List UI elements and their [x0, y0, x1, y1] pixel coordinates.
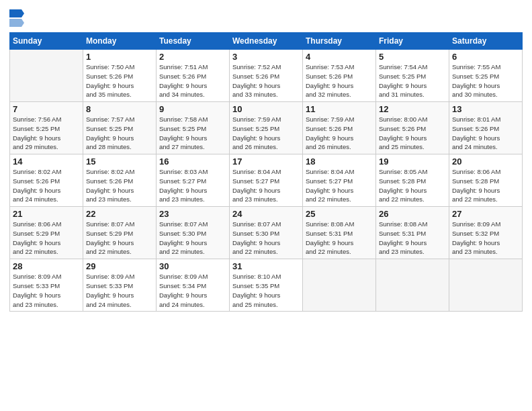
logo-icon	[9, 9, 24, 28]
day-number: 4	[306, 52, 373, 62]
calendar-cell: 24Sunrise: 8:07 AMSunset: 5:30 PMDayligh…	[230, 207, 303, 259]
day-number: 14	[13, 156, 80, 167]
calendar-cell: 19Sunrise: 8:05 AMSunset: 5:28 PMDayligh…	[376, 154, 449, 207]
calendar-cell: 26Sunrise: 8:08 AMSunset: 5:31 PMDayligh…	[376, 207, 449, 259]
calendar-cell: 27Sunrise: 8:09 AMSunset: 5:32 PMDayligh…	[449, 207, 523, 259]
day-info: Sunrise: 7:58 AMSunset: 5:25 PMDaylight:…	[159, 115, 226, 152]
calendar-cell	[449, 259, 523, 312]
day-info: Sunrise: 8:02 AMSunset: 5:26 PMDaylight:…	[86, 167, 153, 204]
day-number: 22	[86, 209, 153, 219]
calendar-cell: 13Sunrise: 8:01 AMSunset: 5:26 PMDayligh…	[449, 102, 523, 154]
calendar-week-3: 21Sunrise: 8:06 AMSunset: 5:29 PMDayligh…	[10, 207, 523, 259]
calendar-cell: 5Sunrise: 7:54 AMSunset: 5:25 PMDaylight…	[376, 50, 449, 102]
day-number: 24	[232, 209, 300, 219]
day-number: 26	[379, 209, 446, 219]
day-number: 3	[232, 52, 300, 62]
calendar-cell: 12Sunrise: 8:00 AMSunset: 5:26 PMDayligh…	[376, 102, 449, 154]
day-number: 30	[159, 261, 226, 271]
day-info: Sunrise: 8:07 AMSunset: 5:29 PMDaylight:…	[86, 220, 153, 257]
day-number: 23	[159, 209, 226, 219]
day-number: 8	[86, 104, 153, 114]
calendar-cell: 14Sunrise: 8:02 AMSunset: 5:26 PMDayligh…	[10, 154, 83, 207]
calendar-cell: 9Sunrise: 7:58 AMSunset: 5:25 PMDaylight…	[157, 102, 230, 154]
day-info: Sunrise: 8:02 AMSunset: 5:26 PMDaylight:…	[13, 167, 80, 204]
weekday-header-thursday: Thursday	[303, 33, 376, 50]
day-number: 20	[452, 156, 519, 167]
day-number: 16	[159, 156, 226, 167]
calendar-cell	[10, 50, 83, 102]
day-info: Sunrise: 7:55 AMSunset: 5:25 PMDaylight:…	[452, 62, 519, 99]
calendar-cell: 31Sunrise: 8:10 AMSunset: 5:35 PMDayligh…	[230, 259, 303, 312]
day-number: 15	[86, 156, 153, 167]
day-number: 1	[86, 52, 153, 62]
calendar-cell: 21Sunrise: 8:06 AMSunset: 5:29 PMDayligh…	[10, 207, 83, 259]
page: SundayMondayTuesdayWednesdayThursdayFrid…	[0, 0, 532, 411]
logo	[9, 9, 26, 28]
day-info: Sunrise: 8:10 AMSunset: 5:35 PMDaylight:…	[232, 272, 300, 309]
day-info: Sunrise: 8:08 AMSunset: 5:31 PMDaylight:…	[306, 220, 373, 257]
day-number: 21	[13, 209, 80, 219]
day-info: Sunrise: 8:01 AMSunset: 5:26 PMDaylight:…	[452, 115, 519, 152]
day-number: 7	[13, 104, 80, 114]
day-info: Sunrise: 7:51 AMSunset: 5:26 PMDaylight:…	[159, 62, 226, 99]
calendar-cell: 25Sunrise: 8:08 AMSunset: 5:31 PMDayligh…	[303, 207, 376, 259]
day-number: 2	[159, 52, 226, 62]
weekday-header-wednesday: Wednesday	[230, 33, 303, 50]
calendar-cell: 11Sunrise: 7:59 AMSunset: 5:26 PMDayligh…	[303, 102, 376, 154]
calendar-cell	[376, 259, 449, 312]
day-info: Sunrise: 8:06 AMSunset: 5:28 PMDaylight:…	[452, 167, 519, 204]
weekday-header-saturday: Saturday	[449, 33, 523, 50]
day-number: 18	[306, 156, 373, 167]
calendar-cell: 3Sunrise: 7:52 AMSunset: 5:26 PMDaylight…	[230, 50, 303, 102]
day-info: Sunrise: 8:04 AMSunset: 5:27 PMDaylight:…	[232, 167, 300, 204]
day-info: Sunrise: 7:52 AMSunset: 5:26 PMDaylight:…	[232, 62, 300, 99]
weekday-header-friday: Friday	[376, 33, 449, 50]
day-number: 29	[86, 261, 153, 271]
calendar-cell: 10Sunrise: 7:59 AMSunset: 5:25 PMDayligh…	[230, 102, 303, 154]
day-info: Sunrise: 8:06 AMSunset: 5:29 PMDaylight:…	[13, 220, 80, 257]
day-number: 17	[232, 156, 300, 167]
day-number: 25	[306, 209, 373, 219]
calendar-cell: 2Sunrise: 7:51 AMSunset: 5:26 PMDaylight…	[157, 50, 230, 102]
calendar: SundayMondayTuesdayWednesdayThursdayFrid…	[9, 32, 523, 312]
day-info: Sunrise: 8:09 AMSunset: 5:33 PMDaylight:…	[13, 272, 80, 309]
day-info: Sunrise: 7:50 AMSunset: 5:26 PMDaylight:…	[86, 62, 153, 99]
day-info: Sunrise: 8:08 AMSunset: 5:31 PMDaylight:…	[379, 220, 446, 257]
day-number: 5	[379, 52, 446, 62]
weekday-header-monday: Monday	[83, 33, 157, 50]
svg-marker-1	[9, 19, 24, 27]
day-info: Sunrise: 7:59 AMSunset: 5:26 PMDaylight:…	[306, 115, 373, 152]
calendar-week-2: 14Sunrise: 8:02 AMSunset: 5:26 PMDayligh…	[10, 154, 523, 207]
day-number: 10	[232, 104, 300, 114]
calendar-cell: 1Sunrise: 7:50 AMSunset: 5:26 PMDaylight…	[83, 50, 157, 102]
day-number: 12	[379, 104, 446, 114]
day-info: Sunrise: 8:00 AMSunset: 5:26 PMDaylight:…	[379, 115, 446, 152]
calendar-cell: 16Sunrise: 8:03 AMSunset: 5:27 PMDayligh…	[157, 154, 230, 207]
day-info: Sunrise: 8:09 AMSunset: 5:34 PMDaylight:…	[159, 272, 226, 309]
day-info: Sunrise: 7:59 AMSunset: 5:25 PMDaylight:…	[232, 115, 300, 152]
calendar-cell: 18Sunrise: 8:04 AMSunset: 5:27 PMDayligh…	[303, 154, 376, 207]
calendar-cell: 8Sunrise: 7:57 AMSunset: 5:25 PMDaylight…	[83, 102, 157, 154]
calendar-cell: 22Sunrise: 8:07 AMSunset: 5:29 PMDayligh…	[83, 207, 157, 259]
calendar-cell: 17Sunrise: 8:04 AMSunset: 5:27 PMDayligh…	[230, 154, 303, 207]
calendar-week-0: 1Sunrise: 7:50 AMSunset: 5:26 PMDaylight…	[10, 50, 523, 102]
day-info: Sunrise: 8:03 AMSunset: 5:27 PMDaylight:…	[159, 167, 226, 204]
day-info: Sunrise: 8:09 AMSunset: 5:33 PMDaylight:…	[86, 272, 153, 309]
day-number: 9	[159, 104, 226, 114]
day-info: Sunrise: 8:07 AMSunset: 5:30 PMDaylight:…	[232, 220, 300, 257]
calendar-week-4: 28Sunrise: 8:09 AMSunset: 5:33 PMDayligh…	[10, 259, 523, 312]
calendar-cell	[303, 259, 376, 312]
day-number: 13	[452, 104, 519, 114]
day-info: Sunrise: 7:53 AMSunset: 5:26 PMDaylight:…	[306, 62, 373, 99]
day-number: 19	[379, 156, 446, 167]
day-info: Sunrise: 8:05 AMSunset: 5:28 PMDaylight:…	[379, 167, 446, 204]
calendar-cell: 6Sunrise: 7:55 AMSunset: 5:25 PMDaylight…	[449, 50, 523, 102]
calendar-cell: 23Sunrise: 8:07 AMSunset: 5:30 PMDayligh…	[157, 207, 230, 259]
day-number: 31	[232, 261, 300, 271]
day-number: 27	[452, 209, 519, 219]
weekday-header-tuesday: Tuesday	[157, 33, 230, 50]
svg-marker-0	[9, 9, 24, 17]
day-info: Sunrise: 7:57 AMSunset: 5:25 PMDaylight:…	[86, 115, 153, 152]
day-info: Sunrise: 8:04 AMSunset: 5:27 PMDaylight:…	[306, 167, 373, 204]
day-info: Sunrise: 8:09 AMSunset: 5:32 PMDaylight:…	[452, 220, 519, 257]
